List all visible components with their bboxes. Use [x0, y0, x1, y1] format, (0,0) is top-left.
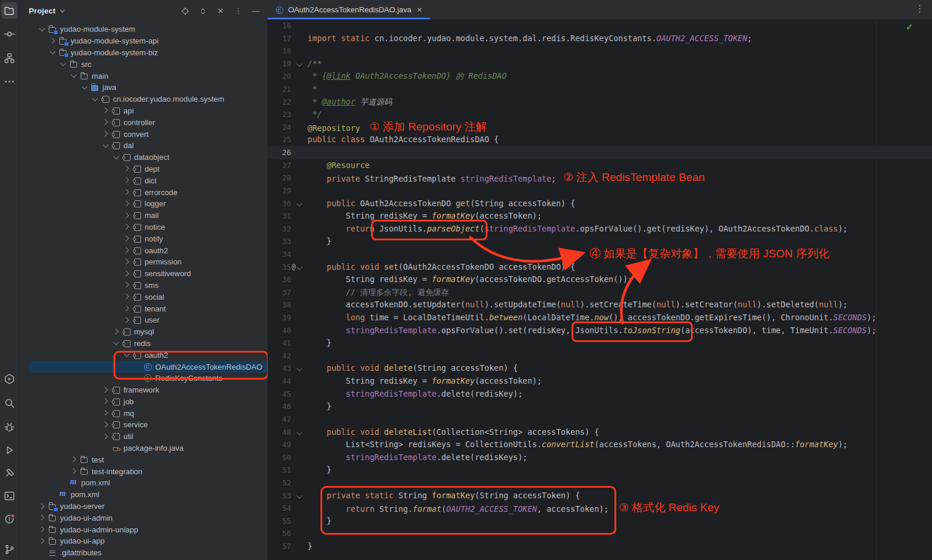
fold-chevron-icon[interactable]	[291, 362, 308, 375]
chevron-right-icon[interactable]	[101, 129, 111, 139]
close-icon[interactable]: ✕	[417, 6, 423, 14]
chevron-right-icon[interactable]	[69, 467, 79, 476]
chevron-right-icon[interactable]	[122, 164, 132, 173]
chevron-down-icon[interactable]	[101, 141, 111, 150]
chevron-right-icon[interactable]	[122, 269, 132, 279]
problems-icon[interactable]	[1, 511, 18, 527]
chevron-down-icon[interactable]	[69, 71, 79, 81]
chevron-down-icon[interactable]	[79, 83, 90, 92]
options-icon[interactable]: ⋮	[233, 6, 243, 16]
fold-chevron-icon[interactable]: @	[291, 261, 308, 274]
tree-row[interactable]: RedisKeyConstants	[19, 373, 268, 384]
project-icon[interactable]	[1, 2, 18, 19]
debug-icon[interactable]	[1, 419, 18, 435]
chevron-right-icon[interactable]	[101, 397, 111, 406]
services-icon[interactable]	[1, 371, 18, 387]
chevron-right-icon[interactable]	[122, 246, 132, 255]
chevron-right-icon[interactable]	[37, 502, 48, 511]
tree-row[interactable]: dataobject	[19, 152, 268, 163]
locate-icon[interactable]	[181, 6, 190, 16]
tree-row[interactable]: dict	[19, 175, 268, 186]
tree-row[interactable]: job	[19, 396, 268, 408]
chevron-down-icon[interactable]	[58, 59, 69, 69]
tree-row[interactable]: controller	[19, 116, 268, 128]
chevron-right-icon[interactable]	[101, 420, 111, 430]
tree-row[interactable]: errorcode	[19, 186, 268, 198]
tree-row[interactable]: yudao-module-system	[19, 24, 268, 35]
chevron-right-icon[interactable]	[101, 432, 111, 441]
tree-row[interactable]: mysql	[19, 326, 268, 338]
expand-collapse-icon[interactable]	[198, 6, 208, 16]
tree-row[interactable]: notify	[19, 233, 268, 244]
hide-icon[interactable]: —	[251, 6, 260, 16]
chevron-right-icon[interactable]	[37, 513, 48, 522]
fold-chevron-icon[interactable]	[291, 58, 308, 71]
chevron-right-icon[interactable]	[122, 234, 132, 243]
inspection-ok-icon[interactable]: ✓	[906, 22, 913, 32]
tree-row[interactable]: user	[19, 314, 268, 326]
tree-row[interactable]: dept	[19, 163, 268, 175]
tree-row[interactable]: yudao-server	[19, 501, 268, 512]
tree-row[interactable]: yudao-module-system-biz	[19, 47, 268, 59]
tree-row[interactable]: util	[19, 431, 268, 442]
more-icon[interactable]	[1, 73, 18, 90]
tree-row[interactable]: test-integration	[19, 465, 268, 477]
chevron-right-icon[interactable]	[122, 280, 132, 290]
chevron-right-icon[interactable]	[111, 327, 122, 337]
chevron-right-icon[interactable]	[37, 536, 48, 546]
chevron-right-icon[interactable]	[48, 36, 58, 46]
tree-row[interactable]: yudao-ui-app	[19, 535, 268, 547]
tree-row[interactable]: yudao-ui-admin-uniapp	[19, 524, 268, 535]
tree-row[interactable]: tenant	[19, 303, 268, 314]
tree-row[interactable]: redis	[19, 338, 268, 350]
tree-row[interactable]: mq	[19, 407, 268, 419]
tree-row[interactable]: java	[19, 82, 268, 93]
tree-row[interactable]: dal	[19, 140, 268, 152]
tree-row[interactable]: convert	[19, 128, 268, 140]
code-editor[interactable]: 1617import static cn.iocoder.yudao.modul…	[268, 19, 932, 553]
chevron-right-icon[interactable]	[122, 292, 132, 301]
fold-chevron-icon[interactable]	[291, 197, 308, 210]
tree-row[interactable]: src	[19, 58, 268, 70]
tree-row[interactable]: service	[19, 419, 268, 431]
tree-row[interactable]: social	[19, 291, 268, 303]
chevron-down-icon[interactable]	[37, 25, 48, 34]
chevron-right-icon[interactable]	[69, 455, 79, 464]
chevron-down-icon[interactable]	[122, 350, 132, 360]
build-icon[interactable]	[1, 465, 18, 481]
tree-row[interactable]: main	[19, 70, 268, 82]
chevron-right-icon[interactable]	[122, 316, 132, 325]
chevron-right-icon[interactable]	[101, 106, 111, 115]
chevron-right-icon[interactable]	[101, 118, 111, 127]
chevron-down-icon[interactable]	[59, 8, 66, 15]
commit-icon[interactable]	[1, 26, 18, 42]
tree-row[interactable]: logger	[19, 198, 268, 210]
chevron-down-icon[interactable]	[111, 153, 122, 162]
chevron-right-icon[interactable]	[122, 211, 132, 220]
chevron-right-icon[interactable]	[122, 222, 132, 232]
chevron-right-icon[interactable]	[122, 257, 132, 267]
tree-row[interactable]: sensitiveword	[19, 268, 268, 280]
editor-tab[interactable]: OAuth2AccessTokenRedisDAO.java ✕	[268, 0, 430, 19]
version-control-icon[interactable]	[1, 541, 18, 558]
tree-row[interactable]: OAuth2AccessTokenRedisDAO	[19, 361, 268, 373]
tree-row[interactable]: oauth2	[19, 349, 268, 361]
chevron-right-icon[interactable]	[122, 187, 132, 197]
tree-row[interactable]: yudao-ui-admin	[19, 512, 268, 524]
tree-row[interactable]: yudao-module-system-api	[19, 35, 268, 47]
chevron-right-icon[interactable]	[101, 408, 111, 418]
tree-row[interactable]: api	[19, 105, 268, 117]
tree-row[interactable]: notice	[19, 222, 268, 233]
editor-options-kebab-icon[interactable]: ⋮	[915, 3, 924, 14]
fold-chevron-icon[interactable]	[291, 489, 308, 502]
chevron-down-icon[interactable]	[111, 338, 122, 348]
structure-icon[interactable]	[1, 50, 18, 66]
tree-row[interactable]: sms	[19, 280, 268, 291]
fold-chevron-icon[interactable]	[291, 426, 308, 439]
search-icon[interactable]	[1, 395, 18, 411]
run-icon[interactable]	[1, 442, 18, 458]
chevron-right-icon[interactable]	[101, 385, 111, 395]
chevron-right-icon[interactable]	[122, 176, 132, 185]
tree-row[interactable]: oauth2	[19, 244, 268, 256]
tree-row[interactable]: pom.xml	[19, 489, 268, 501]
